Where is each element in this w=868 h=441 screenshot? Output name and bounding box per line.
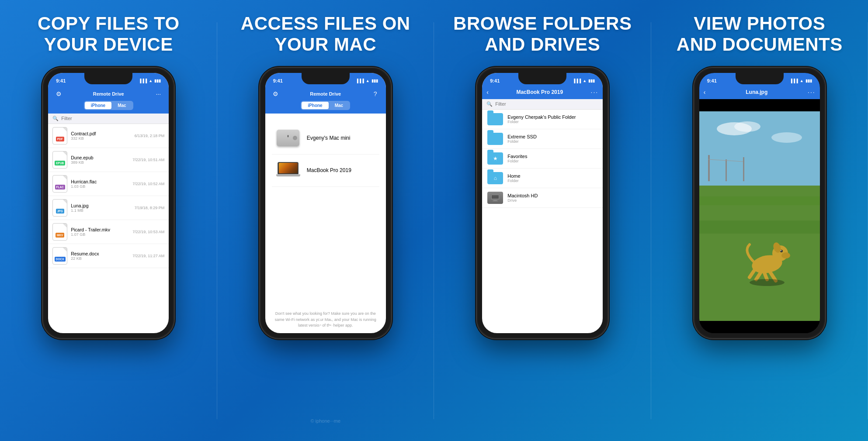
- app-header-1: ⚙ Remote Drive ··· iPhone Mac: [48, 87, 169, 114]
- folder-icon-favorites: ★: [487, 152, 503, 165]
- filter-bar-3: 🔍: [482, 99, 603, 110]
- svg-point-18: [781, 252, 790, 258]
- file-item-picard[interactable]: MKV Picard - Trailer.mkv 1.07 GB 7/22/19…: [48, 220, 169, 244]
- svg-point-20: [781, 250, 781, 251]
- file-item-luna[interactable]: JPG Luna.jpg 1.1 MB 7/19/18, 8:29 PM: [48, 196, 169, 220]
- file-icon-epub: EPUB: [52, 151, 67, 169]
- panel-copy: COPY FILES TO YOUR DEVICE 9:41 ▐▐▐ ▲ ▮▮▮: [0, 0, 217, 441]
- status-icons-3: ▐▐▐ ▲ ▮▮▮: [573, 79, 595, 83]
- help-icon-2[interactable]: ?: [370, 89, 381, 99]
- segment-2: iPhone Mac: [301, 101, 350, 110]
- folder-item-ssd[interactable]: Extreme SSD Folder: [482, 129, 603, 149]
- photo-title: Luna.jpg: [746, 89, 767, 95]
- photo-header: ‹ Luna.jpg ···: [699, 87, 820, 99]
- app-header-2: ⚙ Remote Drive ? iPhone Mac: [265, 87, 386, 114]
- browse-header: ‹ MacBook Pro 2019 ···: [482, 87, 603, 99]
- settings-icon-2[interactable]: ⚙: [271, 89, 281, 99]
- svg-rect-1: [492, 195, 499, 199]
- segment-1: iPhone Mac: [84, 101, 133, 110]
- folder-icon-home: ⌂: [487, 172, 503, 184]
- status-icons-4: ▐▐▐ ▲ ▮▮▮: [790, 79, 812, 83]
- file-icon-flac: FLAC: [52, 175, 67, 193]
- svg-rect-13: [699, 186, 820, 321]
- drive-icon-macintosh: [487, 192, 503, 204]
- mac-item-mini[interactable]: Evgeny's Mac mini: [272, 122, 379, 155]
- filter-bar-1: 🔍: [48, 114, 169, 124]
- search-icon-3: 🔍: [486, 101, 493, 107]
- back-button-4[interactable]: ‹: [704, 89, 706, 96]
- folder-item-public[interactable]: Evgeny Cherpak's Public Folder Folder: [482, 110, 603, 129]
- svg-point-8: [771, 132, 802, 143]
- mac-mini-name: Evgeny's Mac mini: [307, 135, 351, 141]
- macbook-icon: [276, 161, 300, 180]
- file-list-1: PDF Contract.pdf 332 KB 6/13/19, 2:18 PM…: [48, 124, 169, 333]
- file-item-dune[interactable]: EPUB Dune.epub 389 KB 7/22/19, 10:51 AM: [48, 148, 169, 172]
- phone-3: 9:41 ▐▐▐ ▲ ▮▮▮ ‹ MacBook Pro 2019 ···: [477, 68, 608, 338]
- phone-notch-3: [518, 73, 566, 84]
- folder-item-macintosh[interactable]: Macintosh HD Drive: [482, 188, 603, 208]
- svg-rect-11: [743, 157, 744, 181]
- more-button-4[interactable]: ···: [808, 89, 816, 96]
- status-icons-2: ▐▐▐ ▲ ▮▮▮: [356, 79, 378, 83]
- file-item-contract[interactable]: PDF Contract.pdf 332 KB 6/13/19, 2:18 PM: [48, 124, 169, 148]
- phone-notch-1: [84, 73, 132, 84]
- mac-item-macbook[interactable]: MacBook Pro 2019: [272, 155, 379, 187]
- status-time-4: 9:41: [707, 78, 717, 83]
- svg-rect-5: [699, 111, 820, 190]
- svg-rect-14: [699, 196, 820, 205]
- panel-browse: BROWSE FOLDERS AND DRIVES 9:41 ▐▐▐ ▲ ▮▮▮: [434, 0, 651, 441]
- search-icon-1: 🔍: [52, 116, 59, 121]
- svg-rect-15: [699, 220, 820, 234]
- phone-notch-4: [736, 73, 784, 84]
- mac-mini-icon: [276, 128, 300, 148]
- tab-iphone-1[interactable]: iPhone: [85, 102, 111, 109]
- panel-4-title: VIEW PHOTOS AND DOCUMENTS: [677, 13, 843, 55]
- phone-screen-3: 9:41 ▐▐▐ ▲ ▮▮▮ ‹ MacBook Pro 2019 ···: [482, 73, 603, 333]
- svg-rect-3: [493, 200, 498, 201]
- svg-rect-9: [708, 155, 710, 181]
- panel-1-title: COPY FILES TO YOUR DEVICE: [38, 13, 180, 55]
- folder-item-home[interactable]: ⌂ Home Folder: [482, 169, 603, 188]
- file-info-hurrican: Hurrican.flac 1.03 GB: [71, 179, 129, 189]
- file-info-luna: Luna.jpg 1.1 MB: [71, 203, 131, 213]
- back-button-3[interactable]: ‹: [486, 89, 489, 96]
- phone-1: 9:41 ▐▐▐ ▲ ▮▮▮ ⚙ Remote Drive ···: [43, 68, 174, 338]
- file-icon-mkv: MKV: [52, 223, 67, 241]
- phone-screen-4: 9:41 ▐▐▐ ▲ ▮▮▮ ‹ Luna.jpg ···: [699, 73, 820, 333]
- more-icon-1[interactable]: ···: [153, 89, 163, 99]
- more-button-3[interactable]: ···: [591, 89, 599, 96]
- macbook-name: MacBook Pro 2019: [307, 167, 351, 173]
- tab-iphone-2[interactable]: iPhone: [302, 102, 328, 109]
- app-title-2: Remote Drive: [310, 91, 341, 96]
- file-item-resume[interactable]: DOCX Resume.docx 22 KB 7/22/19, 11:27 AM: [48, 244, 169, 268]
- svg-rect-10: [726, 159, 727, 181]
- settings-icon-1[interactable]: ⚙: [53, 89, 64, 99]
- file-info-contract: Contract.pdf 332 KB: [71, 131, 131, 141]
- status-time-3: 9:41: [490, 78, 500, 83]
- panel-view: VIEW PHOTOS AND DOCUMENTS 9:41 ▐▐▐ ▲ ▮▮▮: [651, 0, 868, 441]
- file-info-resume: Resume.docx 22 KB: [71, 251, 129, 261]
- scan-icon: [319, 317, 332, 327]
- file-info-dune: Dune.epub 389 KB: [71, 155, 129, 165]
- phone-screen-1: 9:41 ▐▐▐ ▲ ▮▮▮ ⚙ Remote Drive ···: [48, 73, 169, 333]
- folder-icon-ssd: [487, 133, 503, 145]
- filter-input-1[interactable]: [61, 116, 164, 121]
- file-icon-pdf: PDF: [52, 127, 67, 145]
- svg-point-7: [734, 121, 760, 132]
- status-time-1: 9:41: [56, 78, 66, 83]
- phone-4: 9:41 ▐▐▐ ▲ ▮▮▮ ‹ Luna.jpg ···: [694, 68, 825, 338]
- file-info-picard: Picard - Trailer.mkv 1.07 GB: [71, 227, 129, 237]
- phone-screen-2: 9:41 ▐▐▐ ▲ ▮▮▮ ⚙ Remote Drive ? iPhone: [265, 73, 386, 333]
- folder-icon-public: [487, 113, 503, 125]
- panel-2-title: ACCESS FILES ON YOUR MAC: [241, 13, 410, 55]
- file-icon-docx: DOCX: [52, 247, 67, 265]
- folder-item-favorites[interactable]: ★ Favorites Folder: [482, 149, 603, 169]
- photo-viewer: [699, 99, 820, 333]
- filter-input-3[interactable]: [495, 101, 598, 107]
- tab-mac-2[interactable]: Mac: [329, 102, 349, 109]
- browse-title: MacBook Pro 2019: [516, 89, 563, 95]
- status-time-2: 9:41: [273, 78, 283, 83]
- tab-mac-1[interactable]: Mac: [111, 102, 132, 109]
- file-item-hurrican[interactable]: FLAC Hurrican.flac 1.03 GB 7/22/19, 10:5…: [48, 172, 169, 196]
- app-title-1: Remote Drive: [93, 91, 124, 96]
